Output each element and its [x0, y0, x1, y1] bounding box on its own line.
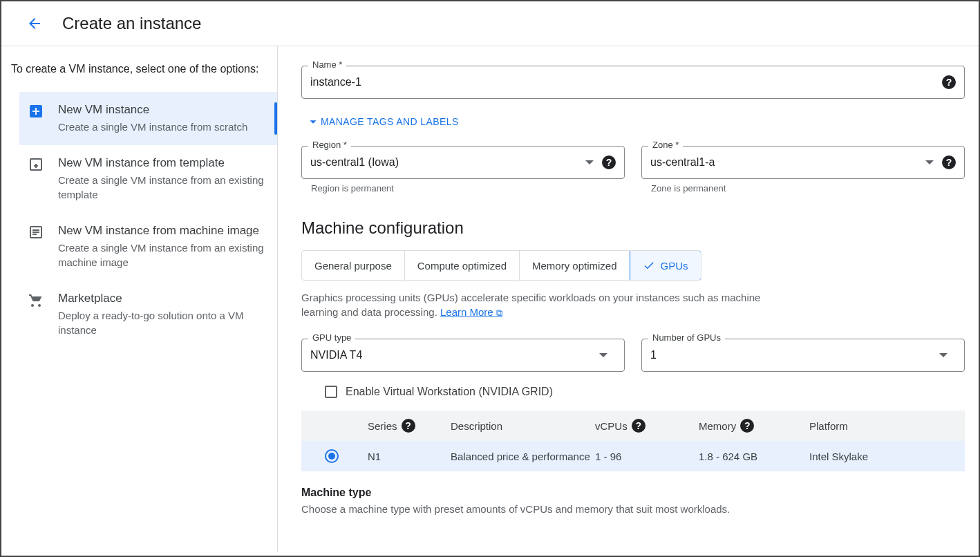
sidebar-item-desc: Deploy a ready-to-go solution onto a VM … — [58, 308, 266, 337]
region-value: us-central1 (Iowa) — [310, 156, 585, 169]
sidebar-item-title: New VM instance from template — [58, 156, 266, 170]
chevron-down-icon — [305, 114, 321, 129]
sidebar-item-desc: Create a single VM instance from scratch — [58, 120, 247, 134]
machine-type-heading: Machine type — [301, 487, 965, 499]
machine-config-heading: Machine configuration — [301, 218, 965, 238]
th-series: Series — [368, 420, 397, 432]
gpu-type-label: GPU type — [308, 332, 355, 343]
vws-checkbox-label: Enable Virtual Workstation (NVIDIA GRID) — [346, 386, 553, 398]
name-input[interactable] — [310, 76, 942, 88]
chevron-down-icon — [585, 160, 594, 164]
external-link-icon: ⧉ — [496, 308, 502, 318]
gpu-count-label: Number of GPUs — [648, 332, 725, 343]
tab-memory-optimized[interactable]: Memory optimized — [520, 251, 630, 280]
zone-hint: Zone is permanent — [651, 183, 965, 193]
back-arrow-icon[interactable] — [26, 15, 43, 32]
region-select[interactable]: us-central1 (Iowa) ? — [301, 146, 625, 179]
gpu-type-select[interactable]: NVIDIA T4 — [301, 339, 625, 372]
tab-compute-optimized[interactable]: Compute optimized — [405, 251, 520, 280]
gpu-tab-description: Graphics processing units (GPUs) acceler… — [301, 290, 785, 319]
region-hint: Region is permanent — [311, 183, 625, 193]
series-description: Balanced price & performance — [451, 451, 595, 462]
zone-label: Zone * — [648, 140, 683, 150]
check-icon — [643, 259, 655, 272]
zone-value: us-central1-a — [650, 156, 925, 169]
sidebar-item-from-template[interactable]: New VM instance from template Create a s… — [19, 145, 277, 213]
th-memory: Memory — [699, 420, 736, 432]
sidebar-item-title: New VM instance from machine image — [58, 224, 266, 238]
series-table: Series ? Description vCPUs ? Memory ? Pl… — [301, 410, 965, 471]
series-platform: Intel Skylake — [809, 451, 954, 462]
tab-general-purpose[interactable]: General purpose — [302, 251, 405, 280]
tab-gpus[interactable]: GPUs — [630, 250, 701, 281]
gpu-count-field: Number of GPUs 1 — [641, 339, 965, 372]
machine-image-icon — [28, 224, 44, 240]
chevron-down-icon — [599, 353, 607, 357]
template-icon — [28, 156, 44, 173]
sidebar-item-new-vm[interactable]: New VM instance Create a single VM insta… — [19, 92, 277, 145]
help-icon[interactable]: ? — [602, 155, 616, 169]
manage-tags-label: MANAGE TAGS AND LABELS — [321, 116, 459, 127]
sidebar-item-desc: Create a single VM instance from an exis… — [58, 173, 266, 202]
th-platform: Platform — [809, 420, 954, 432]
marketplace-icon — [28, 292, 44, 308]
sidebar-item-title: Marketplace — [58, 292, 266, 305]
machine-family-tabs: General purpose Compute optimized Memory… — [301, 250, 701, 281]
series-memory: 1.8 - 624 GB — [699, 451, 809, 462]
help-icon[interactable]: ? — [942, 75, 956, 89]
name-field: Name * ? — [301, 66, 965, 99]
name-label: Name * — [308, 59, 346, 70]
manage-tags-labels-button[interactable]: MANAGE TAGS AND LABELS — [305, 114, 965, 129]
gpu-type-field: GPU type NVIDIA T4 — [301, 339, 625, 372]
vws-checkbox[interactable] — [325, 386, 337, 398]
help-icon[interactable]: ? — [402, 419, 415, 433]
series-name: N1 — [368, 451, 451, 462]
learn-more-link[interactable]: Learn More ⧉ — [440, 306, 502, 318]
th-description: Description — [451, 420, 595, 432]
page-header: Create an instance — [1, 1, 979, 46]
series-row-n1[interactable]: N1 Balanced price & performance 1 - 96 1… — [301, 441, 965, 471]
sidebar-item-desc: Create a single VM instance from an exis… — [58, 240, 266, 270]
machine-type-desc: Choose a machine type with preset amount… — [301, 503, 965, 515]
th-vcpus: vCPUs — [595, 420, 628, 432]
content-area: Name * ? MANAGE TAGS AND LABELS Region *… — [278, 46, 979, 552]
gpu-type-value: NVIDIA T4 — [310, 349, 599, 361]
zone-field: Zone * us-central1-a ? — [641, 146, 965, 179]
sidebar: To create a VM instance, select one of t… — [1, 46, 278, 552]
sidebar-item-marketplace[interactable]: Marketplace Deploy a ready-to-go solutio… — [19, 281, 277, 348]
vws-checkbox-row: Enable Virtual Workstation (NVIDIA GRID) — [325, 386, 965, 398]
page-title: Create an instance — [62, 14, 201, 33]
region-field: Region * us-central1 (Iowa) ? — [301, 146, 625, 179]
region-label: Region * — [308, 140, 351, 150]
gpu-count-value: 1 — [650, 349, 939, 361]
sidebar-item-from-image[interactable]: New VM instance from machine image Creat… — [19, 213, 277, 281]
series-table-header: Series ? Description vCPUs ? Memory ? Pl… — [301, 410, 965, 441]
gpu-count-select[interactable]: 1 — [641, 339, 965, 372]
tab-gpus-label: GPUs — [661, 260, 688, 272]
help-icon[interactable]: ? — [632, 419, 646, 433]
series-radio[interactable] — [325, 449, 339, 463]
add-box-icon — [28, 103, 44, 120]
zone-select[interactable]: us-central1-a ? — [641, 146, 965, 179]
chevron-down-icon — [925, 160, 934, 164]
sidebar-item-title: New VM instance — [58, 103, 247, 117]
help-icon[interactable]: ? — [942, 155, 956, 169]
help-icon[interactable]: ? — [740, 419, 754, 433]
sidebar-prompt: To create a VM instance, select one of t… — [11, 63, 277, 75]
series-vcpus: 1 - 96 — [595, 451, 699, 462]
chevron-down-icon — [939, 353, 948, 357]
